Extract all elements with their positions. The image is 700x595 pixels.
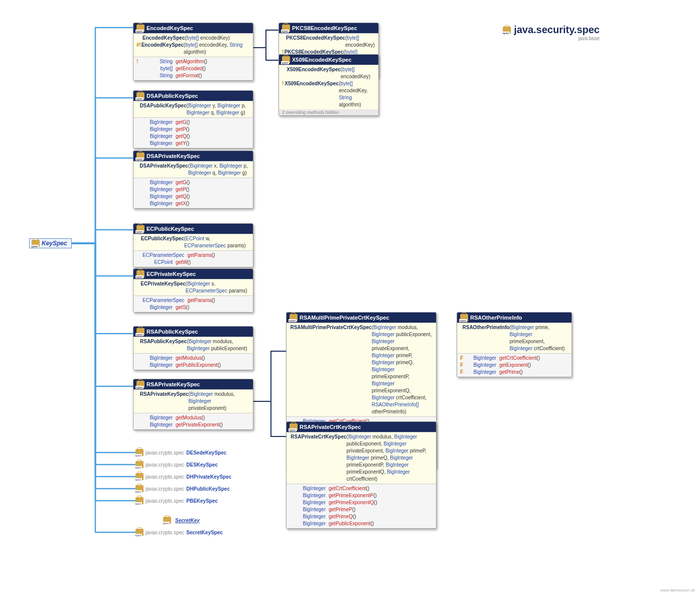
methods-section: FBigIntegergetCrtCoefficient ()FBigInteg… xyxy=(457,353,572,377)
constructor: PKCS8EncodedKeySpec (byte[] encodedKey) xyxy=(281,35,376,49)
package-title: java.security.spec java.base xyxy=(503,24,600,41)
external-DHPublicKeySpec[interactable]: javax.crypto.specDHPublicKeySpec xyxy=(135,485,230,492)
spec-icon xyxy=(135,461,144,468)
external-DESKeySpec[interactable]: javax.crypto.specDESKeySpec xyxy=(135,461,218,468)
class-header: RSAMultiPrimePrivateCrtKeySpec xyxy=(287,313,436,323)
constructor: X509EncodedKeySpec (byte[] encodedKey) xyxy=(281,66,376,80)
constructors-section: RSAOtherPrimeInfo (BigInteger prime, Big… xyxy=(457,323,572,353)
method: BigIntegergetP () xyxy=(135,186,251,193)
class-name: X509EncodedKeySpec xyxy=(292,57,352,63)
constructor: RSAPrivateCrtKeySpec (BigInteger modulus… xyxy=(289,433,434,483)
methods-section: BigIntegergetCrtCoefficient ()BigInteger… xyxy=(287,484,436,528)
external-SecretKeySpec[interactable]: javax.crypto.specSecretKeySpec xyxy=(135,529,223,536)
spec-icon xyxy=(135,485,144,492)
methods-section: BigIntegergetModulus ()BigIntegergetPubl… xyxy=(133,353,253,370)
class-RSAOtherPrimeInfo: RSAOtherPrimeInfoRSAOtherPrimeInfo (BigI… xyxy=(457,312,572,377)
method: ECParameterSpecgetParams () xyxy=(135,252,251,259)
ext-pkg: javax.crypto.spec xyxy=(146,474,184,480)
methods-section: BigIntegergetG ()BigIntegergetP ()BigInt… xyxy=(133,117,253,148)
class-RSAPrivateKeySpec: RSAPrivateKeySpecRSAPrivateKeySpec (BigI… xyxy=(133,379,253,430)
spec-icon xyxy=(136,381,145,388)
class-name: ECPrivateKeySpec xyxy=(147,271,196,277)
constructor: DSAPrivateKeySpec (BigInteger x, BigInte… xyxy=(135,163,251,177)
constructor: DSAPublicKeySpec (BigInteger y, BigInteg… xyxy=(135,102,251,116)
spec-icon xyxy=(135,449,144,456)
class-X509EncodedKeySpec: X509EncodedKeySpecX509EncodedKeySpec (by… xyxy=(278,54,379,116)
class-DSAPrivateKeySpec: DSAPrivateKeySpecDSAPrivateKeySpec (BigI… xyxy=(133,151,253,209)
spec-icon xyxy=(282,56,290,63)
class-header: EncodedKeySpec xyxy=(133,23,253,33)
external-DESedeKeySpec[interactable]: javax.crypto.specDESedeKeySpec xyxy=(135,449,226,456)
ext-class: SecretKeySpec xyxy=(186,530,223,535)
method: BigIntegergetModulus () xyxy=(135,355,251,362)
class-EncodedKeySpec: EncodedKeySpecEncodedKeySpec (byte[] enc… xyxy=(133,23,253,81)
method: FBigIntegergetCrtCoefficient () xyxy=(459,355,570,362)
spec-icon xyxy=(163,517,171,524)
ext-class: DESedeKeySpec xyxy=(186,450,226,456)
methods-section: BigIntegergetModulus ()BigIntegergetPriv… xyxy=(133,413,253,429)
constructors-section: RSAPrivateCrtKeySpec (BigInteger modulus… xyxy=(287,432,436,484)
class-header: RSAPrivateKeySpec xyxy=(133,379,253,389)
external-DHPrivateKeySpec[interactable]: javax.crypto.specDHPrivateKeySpec xyxy=(135,473,231,480)
method: !StringgetAlgorithm () xyxy=(135,58,251,65)
constructor: ECPublicKeySpec (ECPoint w, ECParameterS… xyxy=(135,235,251,249)
class-ECPublicKeySpec: ECPublicKeySpecECPublicKeySpec (ECPoint … xyxy=(133,223,253,267)
module-name: java.base xyxy=(503,36,600,41)
spec-icon xyxy=(136,25,145,32)
spec-icon xyxy=(135,529,144,536)
method: StringgetFormat () xyxy=(135,72,251,79)
class-header: RSAOtherPrimeInfo xyxy=(457,313,572,323)
class-DSAPublicKeySpec: DSAPublicKeySpecDSAPublicKeySpec (BigInt… xyxy=(133,90,253,148)
method: BigIntegergetCrtCoefficient () xyxy=(289,485,434,492)
method: BigIntegergetG () xyxy=(135,119,251,126)
class-name: RSAOtherPrimeInfo xyxy=(470,315,522,321)
spec-icon xyxy=(290,314,298,321)
footer-link[interactable]: www.falkhausen.de xyxy=(660,588,695,592)
methods-section: ECParameterSpecgetParams ()ECPointgetW (… xyxy=(133,250,253,267)
external-SecretKey[interactable]: SecretKey xyxy=(163,517,200,524)
methods-section: BigIntegergetG ()BigIntegergetP ()BigInt… xyxy=(133,178,253,208)
class-ECPrivateKeySpec: ECPrivateKeySpecECPrivateKeySpec (BigInt… xyxy=(133,268,253,313)
class-RSAPrivateCrtKeySpec: RSAPrivateCrtKeySpecRSAPrivateCrtKeySpec… xyxy=(286,421,437,529)
methods-section: ECParameterSpecgetParams ()BigIntegerget… xyxy=(133,295,253,312)
method: BigIntegergetPrivateExponent () xyxy=(135,421,251,428)
hidden-note: 2 overriding methods hidden xyxy=(279,109,378,115)
spec-icon xyxy=(282,25,290,32)
class-name: RSAMultiPrimePrivateCrtKeySpec xyxy=(300,315,389,321)
class-name: RSAPublicKeySpec xyxy=(147,329,198,335)
constructor: ECPrivateKeySpec (BigInteger s, ECParame… xyxy=(135,280,251,294)
method: BigIntegergetPrimeQ () xyxy=(289,513,434,520)
spec-icon xyxy=(290,423,298,430)
spec-icon xyxy=(136,225,145,232)
root-keyspec: KeySpec xyxy=(29,238,72,248)
constructors-section: ECPublicKeySpec (ECPoint w, ECParameterS… xyxy=(133,234,253,250)
constructors-section: RSAPrivateKeySpec (BigInteger modulus, B… xyxy=(133,389,253,413)
constructors-section: EncodedKeySpec (byte[] encodedKey)#!Enco… xyxy=(133,33,253,57)
methods-section: !StringgetAlgorithm ()byte[]getEncoded (… xyxy=(133,57,253,80)
ext-class: PBEKeySpec xyxy=(186,498,218,504)
pkg-name: java.security.spec xyxy=(514,24,600,36)
constructor: RSAOtherPrimeInfo (BigInteger prime, Big… xyxy=(459,324,570,352)
spec-icon xyxy=(135,497,144,504)
class-name: DSAPublicKeySpec xyxy=(147,93,198,99)
ext-class: SecretKey xyxy=(175,518,200,523)
ext-pkg: javax.crypto.spec xyxy=(146,462,184,468)
class-name: RSAPrivateCrtKeySpec xyxy=(300,424,361,430)
spec-icon xyxy=(136,270,145,277)
method: ECParameterSpecgetParams () xyxy=(135,297,251,304)
class-header: X509EncodedKeySpec xyxy=(279,55,378,65)
ext-pkg: javax.crypto.spec xyxy=(146,486,184,492)
constructor: RSAMultiPrimePrivateCrtKeySpec (BigInteg… xyxy=(289,324,434,415)
constructors-section: RSAMultiPrimePrivateCrtKeySpec (BigInteg… xyxy=(287,323,436,416)
external-PBEKeySpec[interactable]: javax.crypto.specPBEKeySpec xyxy=(135,497,218,504)
constructors-section: ECPrivateKeySpec (BigInteger s, ECParame… xyxy=(133,279,253,295)
constructor: #!EncodedKeySpec (byte[] encodedKey, Str… xyxy=(135,42,251,56)
constructors-section: X509EncodedKeySpec (byte[] encodedKey)!X… xyxy=(279,65,378,109)
class-name: ECPublicKeySpec xyxy=(147,226,194,232)
method: FBigIntegergetPrime () xyxy=(459,369,570,376)
constructor: EncodedKeySpec (byte[] encodedKey) xyxy=(135,35,251,42)
method: BigIntegergetPublicExponent () xyxy=(289,520,434,527)
class-header: PKCS8EncodedKeySpec xyxy=(279,23,378,33)
method: BigIntegergetPublicExponent () xyxy=(135,362,251,369)
method: BigIntegergetModulus () xyxy=(135,414,251,421)
